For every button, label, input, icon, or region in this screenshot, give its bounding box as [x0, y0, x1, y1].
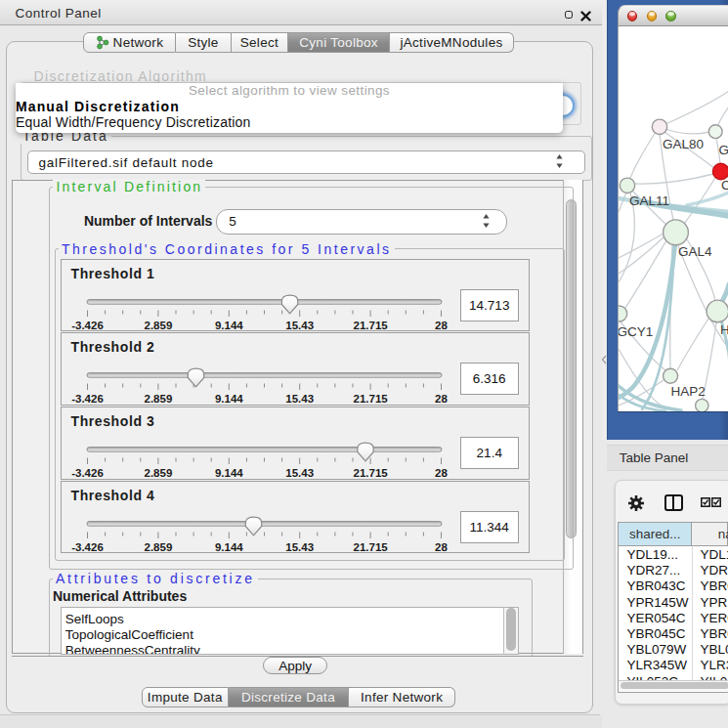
svg-text:C: C [721, 178, 728, 193]
svg-text:GCY1: GCY1 [619, 324, 653, 339]
svg-text:GAL11: GAL11 [629, 193, 669, 208]
svg-text:GAL4: GAL4 [678, 244, 712, 259]
svg-text:HAP2: HAP2 [671, 384, 706, 399]
svg-text:GA: GA [719, 143, 728, 157]
svg-text:H: H [720, 322, 728, 337]
svg-text:GAL80: GAL80 [663, 137, 704, 151]
